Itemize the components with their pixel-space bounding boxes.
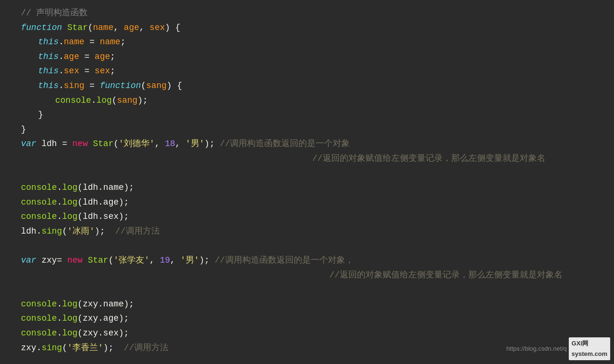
brace-close2: }	[21, 122, 26, 137]
line-close-inner: }	[21, 108, 604, 122]
sp8	[83, 253, 88, 268]
ldh-ref1: ldh.	[21, 224, 41, 239]
p6: (	[62, 224, 67, 239]
console3: console	[21, 195, 57, 210]
line-this-age: this . age = age ;	[21, 49, 604, 64]
eq3: =	[79, 64, 94, 79]
comma2: ,	[139, 20, 150, 35]
comment-ldh2: //返回的对象赋值给左侧变量记录，那么左侧变量就是对象名	[312, 151, 545, 166]
comment-ldh1: //调用构造函数返回的是一个对象	[220, 137, 350, 151]
str-lixl: '李香兰'	[67, 341, 103, 355]
watermark: https://blog.csdn.net/q GXI网system.com	[506, 337, 610, 360]
sp6: );	[204, 137, 219, 151]
sp9: (	[109, 253, 114, 268]
comment-method2: //调用方法	[124, 341, 168, 355]
space1	[62, 20, 67, 35]
line-log-zxy-age: console . log (zxy.age);	[21, 311, 604, 326]
p11: (	[62, 341, 67, 355]
d7: .	[57, 195, 62, 210]
line-comment-zxy2: //返回的对象赋值给左侧变量记录，那么左侧变量就是对象名	[21, 268, 604, 283]
sp12: );	[199, 253, 215, 268]
param-name: name	[93, 20, 113, 35]
line-fn-decl: function Star ( name , age , sex ) {	[21, 20, 604, 35]
sp5: ,	[175, 137, 186, 151]
line-log-zxy-name: console . log (zxy.name);	[21, 297, 604, 312]
param-sang: sang	[146, 79, 167, 93]
prop-sex: sex	[64, 64, 79, 79]
log4: log	[62, 209, 77, 224]
star-call2: Star	[88, 253, 108, 268]
d8: .	[57, 209, 62, 224]
code-container: // 声明构造函数 function Star ( name , age , s…	[0, 0, 614, 364]
dot4: .	[59, 79, 64, 93]
keyword-var1: var	[21, 137, 36, 151]
eq2: =	[79, 49, 94, 64]
line-empty3	[21, 282, 604, 297]
line-close-outer: }	[21, 122, 604, 137]
paren1: (	[112, 93, 117, 108]
val-name: name	[100, 35, 120, 49]
comment-zxy2: //返回的对象赋值给左侧变量记录，那么左侧变量就是对象名	[329, 268, 563, 283]
console2: console	[21, 180, 57, 195]
d10: .	[57, 311, 62, 326]
console5: console	[21, 297, 57, 312]
prop-name: name	[64, 35, 84, 49]
this-kw1: this	[38, 35, 59, 49]
arg-sang: sang	[117, 93, 138, 108]
str-zxy: '张学友'	[113, 253, 149, 268]
line-var-ldh: var ldh = new Star ( '刘德华' , 18 , '男' );…	[21, 137, 604, 151]
eq4: =	[84, 79, 99, 93]
semi1: ;	[120, 35, 126, 49]
console4: console	[21, 209, 57, 224]
eq1: =	[84, 35, 99, 49]
keyword-var2: var	[21, 253, 36, 268]
new-kw2: new	[67, 253, 82, 268]
line-this-name: this . name = name ;	[21, 35, 604, 49]
line-this-sing: this . sing = function ( sang ) {	[21, 79, 604, 93]
zxy-ref1: zxy.	[21, 341, 41, 355]
line-console-sang: console . log ( sang );	[21, 93, 604, 108]
log7: log	[62, 326, 77, 341]
sp3: (	[113, 137, 119, 151]
sp7: zxy=	[36, 253, 67, 268]
inner-param-open: (	[141, 79, 146, 93]
line-var-zxy: var zxy= new Star ( '张学友' , 19 , '男' ); …	[21, 253, 604, 268]
p3: (ldh.name);	[78, 180, 134, 195]
p9: (zxy.age);	[78, 311, 129, 326]
num-19: 19	[160, 253, 170, 268]
str-nan2: '男'	[180, 253, 199, 268]
line-comment-ldh2: //返回的对象赋值给左侧变量记录，那么左侧变量就是对象名	[21, 151, 604, 166]
sp1: ldh =	[36, 137, 72, 151]
num-18: 18	[165, 137, 176, 151]
log3: log	[62, 195, 77, 210]
log5: log	[62, 297, 77, 312]
dot2: .	[59, 49, 64, 64]
d11: .	[57, 326, 62, 341]
prop-sing: sing	[64, 79, 84, 93]
sing-method2: sing	[41, 341, 62, 355]
inner-param-close: ) {	[167, 79, 182, 93]
comma1: ,	[113, 20, 124, 35]
comment-method1: //调用方法	[115, 224, 160, 239]
paren2: );	[138, 93, 148, 108]
new-kw1: new	[72, 137, 88, 151]
this-kw4: this	[38, 79, 59, 93]
p10: (zxy.sex);	[78, 326, 129, 341]
line-log-ldh-name: console . log (ldh.name);	[21, 180, 604, 195]
console7: console	[21, 326, 57, 341]
p5: (ldh.sex);	[78, 209, 129, 224]
line-empty1	[21, 166, 604, 181]
dot1: .	[59, 35, 64, 49]
fn-params: (	[88, 20, 93, 35]
watermark-url: https://blog.csdn.net/q	[506, 344, 567, 354]
p12: );	[103, 341, 124, 355]
line-comment1: // 声明构造函数	[21, 6, 604, 20]
fn-name-star: Star	[67, 20, 88, 35]
d9: .	[57, 297, 62, 312]
sp4: ,	[155, 137, 165, 151]
console6: console	[21, 311, 57, 326]
p8: (zxy.name);	[78, 297, 134, 312]
semi2: ;	[110, 49, 115, 64]
p7: );	[95, 224, 115, 239]
log2: log	[62, 180, 77, 195]
